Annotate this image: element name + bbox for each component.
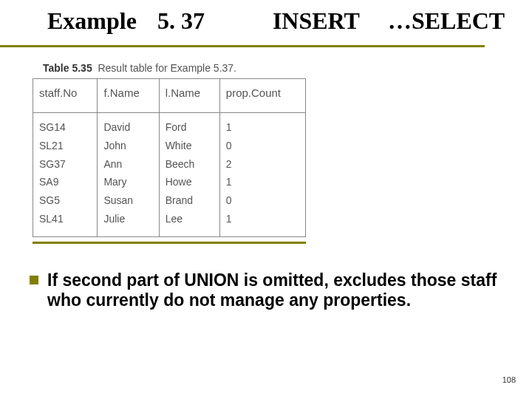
table-header-cell: staff.No	[33, 78, 98, 113]
table-cell: Mary	[98, 173, 159, 191]
table-underline	[33, 242, 306, 244]
title-word-number: 5. 37	[157, 7, 205, 35]
table-cell: Ann	[98, 155, 159, 174]
table-cell: 2	[220, 155, 306, 174]
table-row: SG37AnnBeech2	[33, 155, 306, 174]
table-cell: White	[160, 137, 220, 155]
table-row: SG14DavidFord1	[33, 113, 306, 137]
table-cell: SG37	[33, 155, 98, 174]
title-word-example: Example	[47, 7, 137, 35]
table-row: SA9MaryHowe1	[33, 173, 306, 191]
caption-text: Result table for Example 5.37.	[98, 62, 236, 74]
table-cell: Julie	[98, 210, 159, 237]
result-table: staff.Nof.Namel.Nameprop.Count SG14David…	[33, 78, 306, 237]
table-cell: Howe	[160, 173, 220, 191]
table-cell: 0	[220, 191, 306, 210]
caption-label: Table 5.35	[43, 62, 92, 74]
table-cell: Beech	[160, 155, 220, 174]
title-word-select: SELECT	[412, 7, 505, 35]
table-header-cell: f.Name	[98, 78, 159, 113]
title-word-ellipsis: …	[388, 7, 412, 35]
table-row: SG5SusanBrand0	[33, 191, 306, 210]
table-cell: 1	[220, 210, 306, 237]
body-text-content: If second part of UNION is omitted, excl…	[47, 270, 497, 310]
square-bullet-icon	[30, 276, 38, 284]
table-cell: SA9	[33, 173, 98, 191]
table-cell: SG14	[33, 113, 98, 137]
title-word-insert: INSERT	[273, 7, 360, 35]
table-cell: Susan	[98, 191, 159, 210]
table-row: SL21JohnWhite0	[33, 137, 306, 155]
table-cell: SL21	[33, 137, 98, 155]
page-number: 108	[502, 375, 516, 384]
table-cell: Lee	[160, 210, 220, 237]
table-header-cell: prop.Count	[220, 78, 306, 113]
table-cell: SL41	[33, 210, 98, 237]
table-caption: Table 5.35 Result table for Example 5.37…	[43, 62, 306, 74]
table-header-cell: l.Name	[160, 78, 220, 113]
table-cell: SG5	[33, 191, 98, 210]
table-cell: David	[98, 113, 159, 137]
table-cell: John	[98, 137, 159, 155]
table-cell: Ford	[160, 113, 220, 137]
slide-title: Example 5. 37 INSERT … SELECT	[47, 7, 507, 35]
table-cell: 1	[220, 113, 306, 137]
table-row: SL41JulieLee1	[33, 210, 306, 237]
table-cell: Brand	[160, 191, 220, 210]
table-cell: 1	[220, 173, 306, 191]
body-paragraph: If second part of UNION is omitted, excl…	[30, 270, 507, 310]
table-cell: 0	[220, 137, 306, 155]
result-table-figure: Table 5.35 Result table for Example 5.37…	[33, 62, 306, 244]
